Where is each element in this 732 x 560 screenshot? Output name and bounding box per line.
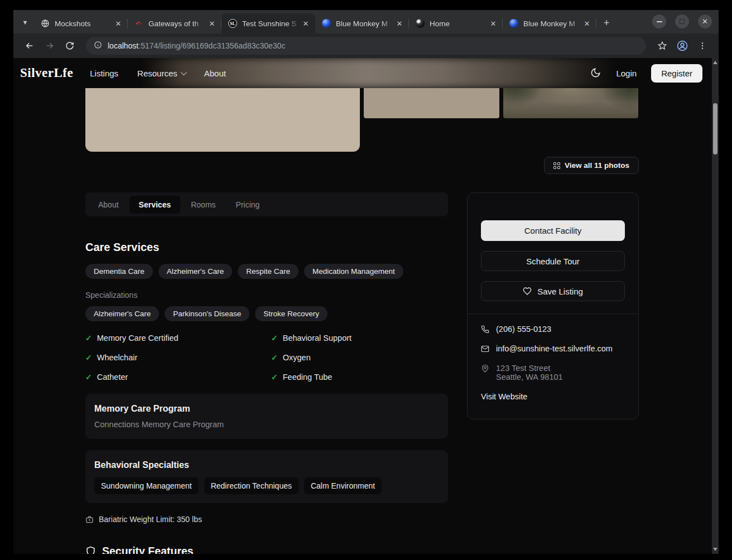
checklist-item: ✓Behavioral Support bbox=[271, 334, 448, 342]
sl-badge-favicon-icon: SL bbox=[228, 19, 237, 28]
nav-about[interactable]: About bbox=[204, 69, 226, 78]
listing-tabs: About Services Rooms Pricing bbox=[85, 192, 448, 216]
tab-search-chevron-icon[interactable]: ▼ bbox=[18, 15, 32, 30]
tab-title: Test Sunshine S bbox=[242, 20, 301, 28]
view-all-photos-button[interactable]: View all 11 photos bbox=[544, 157, 639, 174]
checklist-label: Wheelchair bbox=[97, 353, 138, 362]
tab-about[interactable]: About bbox=[89, 196, 128, 214]
browser-tab-mockshots[interactable]: Mockshots ✕ bbox=[34, 13, 128, 33]
back-button[interactable] bbox=[21, 37, 38, 54]
heart-icon bbox=[523, 287, 532, 296]
url-path: :5174/listing/696169dc31356ad83c30e30c bbox=[138, 41, 285, 50]
tab-title: Home bbox=[430, 20, 488, 28]
profile-icon[interactable] bbox=[674, 37, 691, 54]
phone-icon bbox=[481, 325, 489, 334]
schedule-tour-button[interactable]: Schedule Tour bbox=[481, 251, 625, 271]
tab-close-icon[interactable]: ✕ bbox=[207, 18, 217, 28]
browser-tab-home[interactable]: Home ✕ bbox=[409, 13, 503, 33]
save-listing-label: Save Listing bbox=[537, 287, 583, 296]
new-tab-button[interactable]: + bbox=[599, 16, 614, 30]
page-scrollbar[interactable] bbox=[712, 58, 719, 554]
map-pin-icon bbox=[481, 364, 489, 373]
tab-title: Blue Monkey M bbox=[523, 20, 582, 28]
site-logo[interactable]: SilverLfe bbox=[20, 66, 73, 80]
forward-button[interactable] bbox=[41, 37, 58, 54]
browser-menu-icon[interactable] bbox=[694, 37, 711, 54]
tab-title: Blue Monkey M bbox=[336, 20, 394, 28]
scrollbar-thumb[interactable] bbox=[713, 103, 717, 155]
security-title-label: Security Features bbox=[102, 545, 194, 554]
bookmark-star-icon[interactable] bbox=[654, 37, 671, 54]
care-tag: Dementia Care bbox=[85, 264, 153, 279]
scroll-up-arrow-icon[interactable] bbox=[713, 61, 717, 64]
contact-facility-button[interactable]: Contact Facility bbox=[481, 220, 625, 241]
register-button[interactable]: Register bbox=[651, 64, 702, 83]
browser-tab-test-sunshine-active[interactable]: SL Test Sunshine S ✕ bbox=[221, 13, 315, 33]
behavioral-title: Behavioral Specialties bbox=[94, 460, 439, 470]
browser-tab-blue-monkey-2[interactable]: Blue Monkey M ✕ bbox=[503, 13, 596, 33]
checklist-item: ✓Feeding Tube bbox=[271, 373, 448, 382]
nav-resources[interactable]: Resources bbox=[137, 69, 185, 78]
behavioral-tag: Sundowning Management bbox=[94, 477, 199, 494]
nav-resources-label: Resources bbox=[137, 69, 177, 78]
main-column: About Services Rooms Pricing Care Servic… bbox=[85, 192, 448, 554]
address-bar[interactable]: localhost:5174/listing/696169dc31356ad83… bbox=[86, 37, 646, 55]
check-icon: ✓ bbox=[85, 373, 92, 382]
browser-tab-gateways[interactable]: Gateways of th ✕ bbox=[128, 13, 221, 33]
scroll-down-arrow-icon[interactable] bbox=[713, 548, 717, 551]
close-window-button[interactable]: ✕ bbox=[698, 15, 712, 28]
care-checklist: ✓Memory Care Certified ✓Behavioral Suppo… bbox=[85, 334, 448, 382]
tab-services[interactable]: Services bbox=[129, 196, 181, 214]
red-logo-favicon-icon bbox=[134, 19, 143, 28]
tab-strip: ▼ Mockshots ✕ Gateways of th ✕ SL Test S… bbox=[13, 10, 719, 33]
browser-tab-blue-monkey-1[interactable]: Blue Monkey M ✕ bbox=[315, 13, 409, 33]
minimize-button[interactable] bbox=[652, 15, 666, 28]
site-info-icon[interactable] bbox=[94, 41, 102, 51]
tab-close-icon[interactable]: ✕ bbox=[488, 18, 498, 28]
blue-sphere-favicon-icon bbox=[322, 19, 331, 28]
behavioral-tag: Redirection Techniques bbox=[204, 477, 298, 494]
specialization-tag: Stroke Recovery bbox=[255, 306, 328, 321]
specialization-tag: Alzheimer's Care bbox=[85, 306, 159, 321]
tab-rooms[interactable]: Rooms bbox=[181, 196, 225, 214]
specialization-tag: Parkinson's Disease bbox=[165, 306, 249, 321]
phone-number: (206) 555-0123 bbox=[496, 325, 551, 334]
behavioral-specialties-card: Behavioral Specialties Sundowning Manage… bbox=[85, 450, 448, 503]
site-header: SilverLfe Listings Resources About Login… bbox=[13, 58, 712, 88]
dark-sphere-favicon-icon bbox=[416, 19, 425, 28]
view-all-label: View all 11 photos bbox=[565, 161, 629, 170]
tab-close-icon[interactable]: ✕ bbox=[301, 18, 311, 28]
email-row[interactable]: info@sunshine-test.silverlfe.com bbox=[481, 344, 625, 353]
save-listing-button[interactable]: Save Listing bbox=[481, 281, 625, 301]
tab-pricing[interactable]: Pricing bbox=[227, 196, 269, 214]
url-text: localhost:5174/listing/696169dc31356ad83… bbox=[108, 41, 285, 50]
nav-listings[interactable]: Listings bbox=[90, 69, 118, 78]
tab-close-icon[interactable]: ✕ bbox=[394, 18, 404, 28]
checklist-item: ✓Oxygen bbox=[271, 353, 448, 362]
medical-kit-icon bbox=[85, 515, 94, 524]
shield-icon bbox=[85, 546, 96, 554]
tab-close-icon[interactable]: ✕ bbox=[113, 18, 123, 28]
checklist-item: ✓Catheter bbox=[85, 373, 271, 382]
visit-website-link[interactable]: Visit Website bbox=[481, 392, 625, 401]
blue-sphere-favicon-icon bbox=[509, 19, 518, 28]
behavioral-tag: Calm Environment bbox=[304, 477, 382, 494]
check-icon: ✓ bbox=[85, 334, 92, 342]
maximize-button[interactable] bbox=[675, 15, 689, 28]
site-nav: Listings Resources About bbox=[90, 69, 226, 78]
checklist-label: Feeding Tube bbox=[283, 373, 333, 382]
phone-row[interactable]: (206) 555-0123 bbox=[481, 325, 625, 334]
login-link[interactable]: Login bbox=[616, 69, 637, 78]
dark-mode-moon-icon[interactable] bbox=[590, 67, 601, 79]
url-host: localhost bbox=[108, 41, 138, 50]
address-line2: Seattle, WA 98101 bbox=[496, 373, 563, 382]
check-icon: ✓ bbox=[85, 353, 92, 362]
reload-button[interactable] bbox=[61, 37, 78, 54]
divider bbox=[468, 313, 638, 314]
checklist-item: ✓Wheelchair bbox=[85, 353, 271, 362]
address-line1: 123 Test Street bbox=[496, 364, 550, 373]
specialization-tags: Alzheimer's Care Parkinson's Disease Str… bbox=[85, 306, 448, 321]
care-tag: Respite Care bbox=[238, 264, 298, 279]
tab-close-icon[interactable]: ✕ bbox=[582, 18, 592, 28]
checklist-item: ✓Memory Care Certified bbox=[85, 334, 271, 342]
